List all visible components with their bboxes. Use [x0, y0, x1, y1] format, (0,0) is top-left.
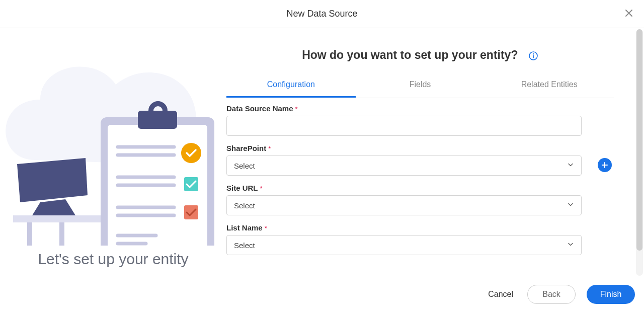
chevron-down-icon	[567, 162, 574, 170]
select-sharepoint-value: Select	[234, 162, 255, 170]
tab-configuration[interactable]: Configuration	[226, 74, 356, 98]
left-panel: Let's set up your entity	[0, 28, 226, 275]
label-data-source-name: Data Source Name	[226, 104, 293, 113]
finish-button[interactable]: Finish	[587, 285, 635, 304]
select-site-url[interactable]: Select	[226, 195, 582, 215]
setup-illustration	[5, 34, 221, 246]
close-button[interactable]	[623, 7, 635, 19]
svg-rect-1	[27, 222, 32, 246]
field-list-name: List Name* Select	[226, 223, 614, 255]
tab-fields[interactable]: Fields	[356, 74, 485, 98]
page-heading: How do you want to set up your entity?	[226, 48, 614, 62]
select-site-url-value: Select	[234, 201, 255, 210]
svg-rect-22	[533, 55, 534, 58]
cancel-button[interactable]: Cancel	[485, 289, 516, 299]
select-list-name-value: Select	[234, 241, 255, 250]
plus-icon	[601, 161, 609, 169]
svg-point-21	[533, 53, 534, 54]
chevron-down-icon	[567, 201, 574, 210]
field-sharepoint: SharePoint* Select	[226, 144, 614, 176]
configuration-form: Data Source Name* SharePoint* Select	[226, 104, 614, 255]
select-list-name[interactable]: Select	[226, 235, 582, 255]
field-data-source-name: Data Source Name*	[226, 104, 614, 136]
modal-title: New Data Source	[286, 9, 357, 19]
svg-marker-4	[32, 199, 75, 215]
modal-header: New Data Source	[0, 0, 644, 28]
required-marker: *	[265, 224, 267, 232]
svg-rect-7	[138, 111, 177, 129]
close-icon	[625, 9, 633, 17]
info-icon[interactable]	[528, 51, 538, 61]
field-site-url: Site URL* Select	[226, 184, 614, 215]
left-panel-caption: Let's set up your entity	[0, 251, 226, 268]
label-sharepoint: SharePoint	[226, 144, 266, 152]
right-panel: How do you want to set up your entity? C…	[226, 28, 644, 275]
page-heading-text: How do you want to set up your entity?	[302, 48, 518, 61]
chevron-down-icon	[567, 241, 574, 250]
required-marker: *	[295, 105, 298, 113]
required-marker: *	[268, 145, 271, 152]
label-list-name: List Name	[226, 223, 263, 232]
required-marker: *	[260, 185, 263, 192]
back-button[interactable]: Back	[527, 285, 576, 304]
svg-point-17	[181, 143, 201, 163]
label-site-url: Site URL	[226, 184, 258, 192]
tab-related-entities[interactable]: Related Entities	[485, 74, 614, 98]
select-sharepoint[interactable]: Select	[226, 155, 582, 176]
tabs: Configuration Fields Related Entities	[226, 74, 614, 98]
svg-rect-2	[59, 222, 64, 246]
modal-footer: Cancel Back Finish	[0, 275, 644, 313]
svg-marker-3	[17, 158, 88, 202]
input-data-source-name[interactable]	[226, 116, 582, 136]
add-sharepoint-button[interactable]	[598, 158, 612, 172]
